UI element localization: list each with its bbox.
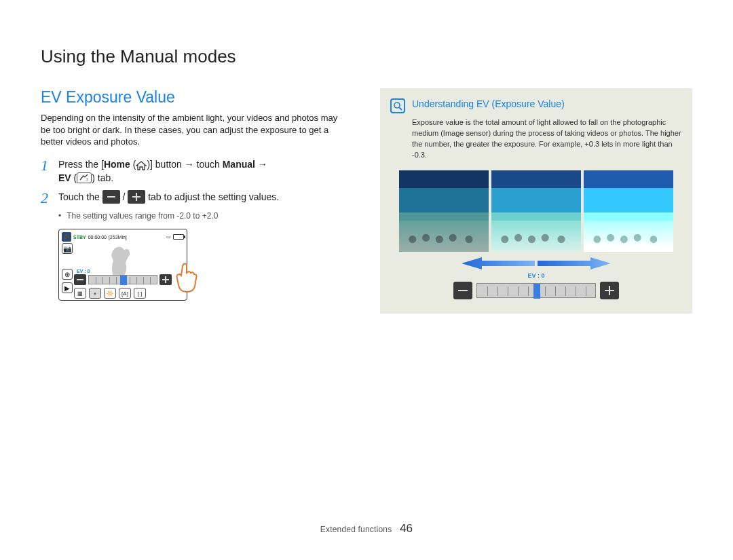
ev-slider-track[interactable] [88,275,157,284]
zoom-in-icon: ⊕ [62,269,73,280]
step-number: 2 [41,190,52,206]
svg-point-2 [394,102,400,108]
camera-icon: 📷 [62,243,73,254]
text: ( [130,159,136,170]
time-label: 00:00:00 [88,235,107,240]
step-body: Press the [Home ()] button → touch Manua… [58,157,339,185]
double-arrow-icon [390,256,682,271]
text: )] button → touch [147,159,222,170]
page-number: 46 [400,522,413,535]
ev-readout: EV : 0 [390,272,682,279]
mode-chip-icon: 🎥 [62,232,71,242]
ev-label: EV : [77,269,86,274]
svg-text:±: ± [86,177,88,181]
lcd-screen: 🎥 STBY 00:00:00 [253Min] ▭ 📷 ⊕ ▶ [58,229,187,301]
minus-button[interactable] [453,282,472,299]
example-bright [584,170,673,252]
tab-ev-icon[interactable]: ± [89,288,101,299]
page-title: Using the Manual modes [41,46,236,67]
lcd-illustration: 🎥 STBY 00:00:00 [253Min] ▭ 📷 ⊕ ▶ [58,229,339,301]
text: Press the [ [58,159,104,170]
svg-line-3 [399,107,402,110]
ev-icon: ± [77,172,92,183]
minus-button[interactable] [74,274,86,285]
left-column: EV Exposure Value Depending on the inten… [41,88,339,301]
home-icon [136,161,147,170]
plus-button-icon [128,190,145,204]
magnify-icon [390,98,405,113]
tab-icon[interactable]: [A] [119,288,131,299]
tab-icon[interactable]: 🔆 [104,288,116,299]
ev-label: EV [58,172,71,183]
ev-slider [390,282,682,299]
step-number: 1 [41,157,52,185]
example-dark [399,170,489,252]
ev-value: 0 [542,272,545,279]
battery-icon [173,234,184,240]
lcd-ev-slider [74,274,184,285]
step-1: 1 Press the [Home ()] button → touch Man… [41,157,339,185]
bullet-note: The setting values range from -2.0 to +2… [58,211,339,221]
tab-icon[interactable]: ▦ [74,288,86,299]
lcd-side-icons: 📷 ⊕ ▶ [62,243,73,293]
manual-label: Manual [223,159,255,170]
minus-button-icon [102,190,120,204]
bullet-text: The setting values range from -2.0 to +2… [67,211,218,221]
steps-list: 1 Press the [Home ()] button → touch Man… [41,157,339,301]
text: / [120,191,128,202]
step-2: 2 Touch the / tab to adjust the setting … [41,190,339,206]
callout-paragraph: Exposure value is the total amount of li… [412,117,682,161]
step-body: Touch the / tab to adjust the setting va… [58,190,339,206]
understanding-ev-callout: Understanding EV (Exposure Value) Exposu… [380,88,692,314]
callout-title: Understanding EV (Exposure Value) [412,98,565,109]
text: Touch the [58,191,102,202]
lcd-bottom-tabs: ▦ ± 🔆 [A] [ ] [74,288,184,299]
memory-icon: ▭ [166,234,171,240]
section-heading: EV Exposure Value [41,88,339,107]
text: ( [71,172,77,183]
example-normal [491,170,581,252]
tab-icon[interactable]: [ ] [134,288,146,299]
home-label: Home [104,159,130,170]
text: ) tab. [92,172,113,183]
exposure-comparison [390,170,682,252]
stby-label: STBY [73,235,86,240]
plus-button[interactable] [600,282,619,299]
right-column: Understanding EV (Exposure Value) Exposu… [380,88,692,314]
play-icon: ▶ [62,282,73,293]
ev-label: EV : [527,272,540,279]
footer-section: Extended functions [320,525,392,534]
ev-slider-track[interactable] [476,283,596,298]
touch-hand-icon [170,261,204,295]
intro-paragraph: Depending on the intensity of the ambien… [41,112,339,148]
text: tab to adjust the setting values. [145,191,279,202]
text: → [255,159,267,170]
ev-value: 0 [88,269,90,274]
remain-label: [253Min] [109,235,127,240]
footer: Extended functions 46 [0,522,733,536]
